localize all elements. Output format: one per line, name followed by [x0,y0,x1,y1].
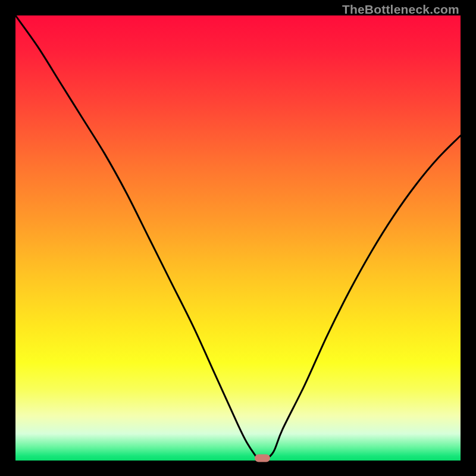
bottleneck-curve [15,15,461,461]
minimum-marker [255,455,270,462]
plot-area [15,15,461,461]
watermark-text: TheBottleneck.com [342,2,459,17]
chart-container: TheBottleneck.com [0,0,476,476]
